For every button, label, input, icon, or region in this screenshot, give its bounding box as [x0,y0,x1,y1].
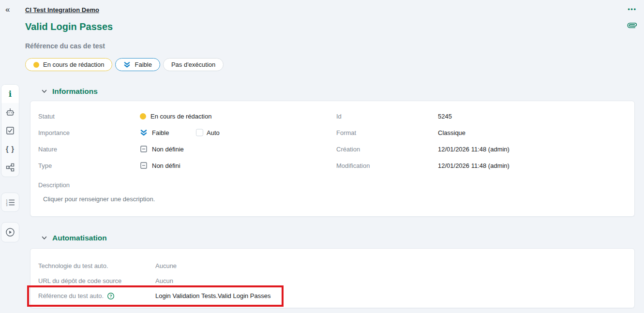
id-label: Id [336,113,438,120]
modification-value: 12/01/2026 11:48 (admin) [438,162,509,169]
info-icon: i [9,90,12,98]
status-pills: En cours de rédaction Faible Pas d'exécu… [25,58,224,71]
importance-pill: Faible [115,58,160,71]
sidebar-item-verification[interactable] [1,121,19,140]
test-case-page: « CI Test Integration Demo Valid Login P… [0,0,644,313]
automatisation-panel: Technologie du test auto. Aucune URL du … [30,248,635,308]
double-chevron-down-icon [140,129,148,136]
square-minus-icon [140,162,148,169]
importance-label: Importance [38,129,140,136]
modification-label: Modification [336,162,438,169]
auto-url-value[interactable]: Aucun [155,277,173,284]
page-title: Valid Login Passes [25,21,113,32]
auto-reference-label: Référence du test auto. ? [38,292,155,300]
informations-panel: Statut En cours de rédaction Importance … [30,101,635,217]
automation-rows: Technologie du test auto. Aucune URL du … [38,258,627,303]
status-dot-icon [33,62,39,68]
auto-url-row: URL du dépôt de code source Aucun [38,273,627,288]
attachment-paperclip-icon[interactable] [628,21,637,32]
auto-importance-checkbox[interactable]: Auto [196,129,220,136]
status-pill: En cours de rédaction [25,58,112,71]
id-row: Id 5245 [336,108,627,124]
play-circle-icon [5,227,15,237]
informations-section-title: Informations [52,87,98,96]
description-placeholder[interactable]: Cliquer pour renseigner une description. [38,195,155,203]
auto-reference-row: Référence du test auto. ? Login Validati… [38,288,627,303]
breadcrumb[interactable]: CI Test Integration Demo [25,6,99,14]
statut-value[interactable]: En cours de rédaction [140,113,211,120]
id-value: 5245 [438,113,452,120]
automatisation-section-header: Automatisation [42,234,107,242]
type-label: Type [38,162,140,169]
format-label: Format [336,129,438,136]
sidebar-item-executions[interactable] [1,223,19,242]
auto-checkbox-label: Auto [207,129,220,136]
info-left-column: Statut En cours de rédaction Importance … [38,108,329,174]
statut-row: Statut En cours de rédaction [38,108,329,124]
auto-reference-value[interactable]: Login Validation Tests.Valid Login Passe… [155,292,271,299]
status-pill-label: En cours de rédaction [43,61,104,68]
nature-value[interactable]: Non définie [140,145,184,153]
format-value: Classique [438,129,465,136]
robot-icon [5,108,15,117]
svg-text:3: 3 [6,203,7,206]
automatisation-section-title: Automatisation [52,234,107,242]
rail-group-steps: 1 2 3 [1,193,19,212]
checkbox-icon [196,129,203,136]
execution-pill: Pas d'exécution [163,58,224,71]
square-minus-icon [140,145,148,153]
description-block: Description Cliquer pour renseigner une … [38,181,155,203]
importance-row: Importance Faible Auto [38,124,329,141]
modification-row: Modification 12/01/2026 11:48 (admin) [336,157,627,174]
statut-label: Statut [38,113,140,120]
sidebar-item-links[interactable] [1,158,19,177]
status-dot-icon [140,113,146,119]
nature-label: Nature [38,146,140,153]
auto-tech-label: Technologie du test auto. [38,262,155,269]
share-icon [6,163,15,172]
creation-label: Création [336,146,438,153]
auto-tech-value[interactable]: Aucune [155,262,177,269]
informations-section-header: Informations [42,87,98,96]
rail-group-executions [1,222,19,242]
info-right-column: Id 5245 Format Classique Création 12/01/… [336,108,627,174]
ordered-list-icon: 1 2 3 [6,198,15,207]
sidebar-item-automation[interactable] [1,103,19,121]
chevron-down-icon[interactable] [42,89,47,93]
type-row: Type Non défini [38,157,329,174]
format-row: Format Classique [336,124,627,141]
auto-tech-row: Technologie du test auto. Aucune [38,258,627,273]
more-menu-icon[interactable]: ••• [628,6,637,12]
left-icon-rail: i [0,0,20,313]
sidebar-item-test-steps[interactable]: 1 2 3 [1,193,19,211]
double-chevron-down-icon [123,61,131,68]
creation-row: Création 12/01/2026 11:48 (admin) [336,141,627,157]
help-circle-icon[interactable]: ? [107,292,115,300]
importance-value[interactable]: Faible [140,129,169,136]
check-square-icon [6,126,15,135]
chevron-down-icon[interactable] [42,236,47,240]
creation-value: 12/01/2026 11:48 (admin) [438,146,509,153]
page-subtitle: Référence du cas de test [25,42,105,50]
sidebar-item-parameters[interactable]: { } [1,140,19,158]
description-label: Description [38,181,155,189]
importance-pill-label: Faible [135,61,151,68]
type-value[interactable]: Non défini [140,162,180,169]
nature-row: Nature Non définie [38,141,329,157]
svg-text:?: ? [109,294,112,298]
auto-url-label: URL du dépôt de code source [38,277,155,284]
rail-group-main: i [1,84,19,177]
sidebar-item-information[interactable]: i [1,85,19,103]
braces-icon: { } [6,145,15,153]
execution-pill-label: Pas d'exécution [171,61,215,68]
